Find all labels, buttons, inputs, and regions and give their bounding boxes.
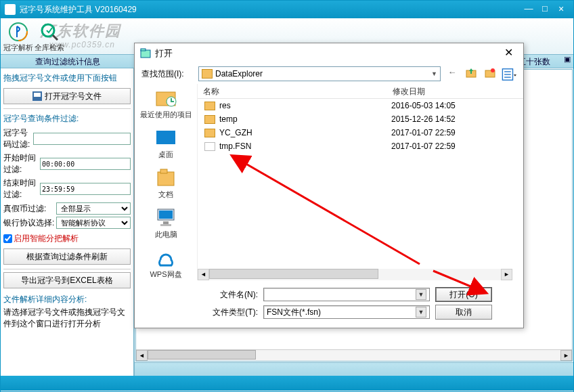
svg-rect-5 <box>141 49 146 51</box>
floppy-icon <box>32 91 42 101</box>
scroll-left-button[interactable]: ◄ <box>136 350 148 361</box>
place-wps-label: WPS网盘 <box>135 269 197 280</box>
bank-proto-select[interactable]: 智能解析协议 <box>56 217 131 229</box>
smart-parse-label: 启用智能分把解析 <box>14 234 79 243</box>
file-name: YC_GZH <box>219 128 391 137</box>
look-in-combo[interactable]: DataExplorer ▼ <box>198 66 441 81</box>
file-name: tmp.FSN <box>219 141 391 151</box>
svg-rect-19 <box>159 211 173 219</box>
start-time-input[interactable] <box>40 158 131 170</box>
file-date: 2015-12-26 14:52 <box>391 114 500 124</box>
folder-icon <box>204 129 215 137</box>
file-date: 2017-01-07 22:59 <box>391 128 500 137</box>
place-desktop-label: 桌面 <box>135 150 197 160</box>
panel-toggle-icon[interactable]: ▣ <box>561 55 573 68</box>
stats-header-label: 查询过滤统计信息 <box>1 55 135 68</box>
tool-search[interactable]: 全库检索 <box>35 20 64 53</box>
folder-icon <box>204 115 215 124</box>
place-documents-label: 文档 <box>135 190 197 200</box>
file-row[interactable]: res2016-05-03 14:05 <box>198 99 523 112</box>
place-recent[interactable]: 最近使用的项目 <box>135 87 197 120</box>
app-icon <box>5 4 16 15</box>
dialog-cancel-button[interactable]: 取消 <box>435 305 492 320</box>
tf-filter-select[interactable]: 全部显示 <box>56 202 131 215</box>
filetype-label: 文件类型(T): <box>143 307 258 318</box>
folder-icon <box>202 69 213 79</box>
filetype-value: FSN文件(*.fsn) <box>267 307 321 318</box>
col-name[interactable]: 名称 <box>198 84 387 98</box>
scroll-right-button[interactable]: ► <box>560 350 572 361</box>
file-date: 2016-05-03 14:05 <box>391 101 500 110</box>
chevron-down-icon: ▼ <box>416 307 426 318</box>
filename-combo[interactable]: ▼ <box>263 288 430 301</box>
end-time-input[interactable] <box>40 183 131 195</box>
place-recent-label: 最近使用的项目 <box>135 110 197 120</box>
tool-parse[interactable]: 冠字解析 <box>3 20 33 53</box>
col-date[interactable]: 修改日期 <box>387 84 495 98</box>
file-list-header: 名称 修改日期 <box>198 84 523 99</box>
file-row[interactable]: tmp.FSN2017-01-07 22:59 <box>198 139 523 153</box>
svg-point-2 <box>42 24 54 37</box>
refresh-button[interactable]: 根据查询过滤条件刷新 <box>3 248 131 265</box>
svg-rect-4 <box>141 50 150 58</box>
look-in-value: DataExplorer <box>215 69 263 79</box>
tf-filter-label: 真假币过滤: <box>3 203 56 215</box>
maximize-button[interactable]: □ <box>537 3 553 16</box>
code-filter-label: 冠字号码过滤: <box>3 127 33 150</box>
filename-label: 文件名(N): <box>143 289 258 301</box>
file-name: res <box>219 101 391 110</box>
smart-parse-checkbox[interactable]: 启用智能分把解析 <box>3 233 131 244</box>
file-icon <box>204 142 215 151</box>
place-desktop[interactable]: 桌面 <box>135 127 197 160</box>
refresh-label: 根据查询过滤条件刷新 <box>26 251 108 263</box>
close-button[interactable]: × <box>553 3 569 16</box>
drag-hint: 拖拽冠字号文件或使用下面按钮 <box>3 72 131 84</box>
detail-text: 请选择冠字号文件或拖拽冠字号文件到这个窗口进行打开分析 <box>3 307 131 330</box>
svg-point-8 <box>491 68 495 72</box>
code-filter-input[interactable] <box>33 133 131 145</box>
place-computer[interactable]: 此电脑 <box>135 206 197 240</box>
dialog-close-button[interactable]: ✕ <box>499 47 518 60</box>
new-folder-button[interactable] <box>483 67 498 81</box>
fl-scroll-left[interactable]: ◄ <box>198 269 209 280</box>
bank-proto-label: 银行协议选择: <box>3 217 56 229</box>
file-row[interactable]: YC_GZH2017-01-07 22:59 <box>198 126 523 139</box>
window-title: 冠字号系统维护工具 V20160429 <box>20 4 137 16</box>
look-in-label: 查找范围(I): <box>141 68 194 80</box>
place-documents[interactable]: 文档 <box>135 167 197 200</box>
place-wps[interactable]: WPS网盘 <box>135 246 197 280</box>
filter-panel: 拖拽冠字号文件或使用下面按钮 打开冠字号文件 冠字号查询条件过滤: 冠字号码过滤… <box>1 68 135 376</box>
minimize-button[interactable]: — <box>521 3 537 16</box>
end-time-label: 结束时间过滤: <box>3 177 40 200</box>
file-row[interactable]: temp2015-12-26 14:52 <box>198 112 523 126</box>
svg-rect-21 <box>160 224 171 226</box>
filelist-hscroll[interactable]: ◄ ► <box>198 269 512 280</box>
main-titlebar: 冠字号系统维护工具 V20160429 — □ × <box>1 1 573 18</box>
fl-scroll-right[interactable]: ► <box>501 269 512 280</box>
export-excel-button[interactable]: 导出冠字号到EXCEL表格 <box>3 272 131 288</box>
place-computer-label: 此电脑 <box>135 230 197 240</box>
file-date: 2017-01-07 22:59 <box>391 141 500 151</box>
detail-section-label: 文件解析详细内容分析: <box>3 294 131 305</box>
filetype-combo[interactable]: FSN文件(*.fsn)▼ <box>263 305 430 319</box>
grid-footer <box>135 362 573 376</box>
file-list: 名称 修改日期 res2016-05-03 14:05temp2015-12-2… <box>197 84 523 280</box>
svg-rect-17 <box>160 169 167 173</box>
horizontal-scrollbar[interactable]: ◄ ► <box>136 349 572 361</box>
places-bar: 最近使用的项目 桌面 文档 此电脑 WPS网盘 <box>135 84 197 280</box>
svg-rect-16 <box>158 172 174 186</box>
file-name: temp <box>219 114 391 124</box>
scroll-thumb[interactable] <box>148 350 256 360</box>
dialog-icon <box>140 48 151 59</box>
fl-scroll-thumb[interactable] <box>209 269 378 279</box>
open-file-dialog: 打开 ✕ 查找范围(I): DataExplorer ▼ ← 最近使用的项目 桌… <box>134 43 524 328</box>
folder-icon <box>204 102 215 110</box>
dialog-titlebar: 打开 ✕ <box>135 43 523 64</box>
dialog-open-button[interactable]: 打开(O) <box>435 287 492 302</box>
nav-back-button[interactable]: ← <box>445 67 460 81</box>
filter-section-label: 冠字号查询条件过滤: <box>3 113 131 125</box>
open-file-button[interactable]: 打开冠字号文件 <box>3 88 131 104</box>
svg-rect-20 <box>163 221 169 224</box>
nav-up-button[interactable] <box>464 67 479 81</box>
view-menu-button[interactable] <box>502 67 516 81</box>
